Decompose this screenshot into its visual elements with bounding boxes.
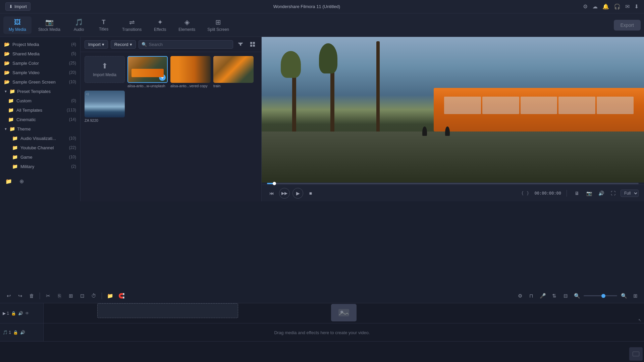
sidebar-item-custom[interactable]: 📁 Custom (0) <box>0 96 80 105</box>
zoom-slider[interactable] <box>584 295 617 296</box>
sidebar-item-shared-media[interactable]: 📂 Shared Media (5) <box>0 49 80 58</box>
add-folder-button[interactable]: 📁 <box>4 176 13 186</box>
preview-controls: ⏮ ▶▶ ▶ ■ { } 00:00:00:00 🖥 📷 🔊 ⛶ Full 1/… <box>262 185 644 201</box>
timeline-settings-icon[interactable]: ⚙ <box>515 291 525 301</box>
sidebar-label-theme: Theme <box>17 126 31 132</box>
filter-icon[interactable] <box>236 40 245 49</box>
nav-label-audio: Audio <box>74 27 84 32</box>
import-tile-label: Import Media <box>93 72 116 77</box>
media-thumb-za9220[interactable]: ◁ ZA 9220 <box>85 91 125 122</box>
camera-icon[interactable]: 📷 <box>584 189 594 198</box>
sidebar-item-youtube-channel[interactable]: 📁 Youtube Channel (22) <box>0 143 80 152</box>
sidebar-item-military[interactable]: 📁 Military (2) <box>0 162 80 171</box>
grid-layout-button[interactable]: ⊞ <box>631 291 640 301</box>
paste-button[interactable]: ⊞ <box>66 291 75 301</box>
sidebar-item-cinematic[interactable]: 📁 Cinematic (14) <box>0 115 80 124</box>
add-smart-folder-button[interactable]: ⊕ <box>17 176 26 186</box>
notification-icon[interactable]: 🔔 <box>602 3 609 10</box>
svg-rect-4 <box>338 309 349 316</box>
zoom-out-button[interactable]: 🔍 <box>572 291 582 301</box>
timeline-toolbar: ↩ ↪ 🗑 ✂ ⎘ ⊞ ⊡ ⏱ 📁 🧲 ⚙ ⊓ 🎤 ⇅ ⊟ 🔍 🔍 ⊞ <box>0 289 644 303</box>
mail-icon[interactable]: ✉ <box>625 3 630 10</box>
nav-item-transitions[interactable]: ⇌ Transitions <box>117 16 147 34</box>
sidebar-item-all-templates[interactable]: 📁 All Templates (113) <box>0 105 80 115</box>
sidebar-item-project-media[interactable]: 📂 Project Media (4) <box>0 40 80 49</box>
timeline-area: ▶ 1 🔒 🔊 👁 ↖ 🎵 1 🔒 🔊 <box>0 303 644 362</box>
add-to-timeline-icon[interactable]: + <box>159 74 166 81</box>
delete-button[interactable]: 🗑 <box>27 291 36 301</box>
stop-button[interactable]: ■ <box>306 189 315 198</box>
grid-view-icon[interactable] <box>248 40 257 49</box>
copy-button[interactable]: ⎘ <box>55 291 64 301</box>
fullscreen-icon[interactable]: ⛶ <box>608 189 618 198</box>
progress-bar[interactable] <box>267 183 639 184</box>
video-lock-icon[interactable]: 🔒 <box>11 311 16 316</box>
sidebar-count-military: (2) <box>71 164 76 169</box>
zoom-in-button[interactable]: 🔍 <box>619 291 629 301</box>
headset-icon[interactable]: 🎧 <box>614 3 621 10</box>
sidebar-item-sample-color[interactable]: 📂 Sample Color (25) <box>0 58 80 68</box>
timeline-caption-icon[interactable]: ⊟ <box>561 291 570 301</box>
split-screen-icon: ⊞ <box>215 18 221 26</box>
top-nav: 🖼 My Media 📷 Stock Media 🎵 Audio T Title… <box>0 13 644 37</box>
import-media-tile[interactable]: ⬆ Import Media <box>85 56 125 83</box>
play-button[interactable]: ▶ <box>292 188 303 199</box>
scroll-indicator <box>633 352 639 356</box>
video-clip-placeholder <box>97 303 238 318</box>
sidebar-item-sample-green-screen[interactable]: 📂 Sample Green Screen (10) <box>0 77 80 87</box>
settings-icon[interactable]: ⚙ <box>583 3 588 10</box>
redo-button[interactable]: ↪ <box>15 291 25 301</box>
preview-background <box>262 37 644 183</box>
sidebar-item-sample-video[interactable]: 📂 Sample Video (20) <box>0 68 80 77</box>
nav-item-stock-media[interactable]: 📷 Stock Media <box>33 16 66 34</box>
nav-item-effects[interactable]: ✦ Effects <box>148 16 172 34</box>
crop-button[interactable]: ⊡ <box>77 291 87 301</box>
undo-button[interactable]: ↩ <box>4 291 13 301</box>
media-thumb-train[interactable]: train <box>213 56 254 88</box>
import-icon: ⬇ <box>9 4 13 9</box>
drag-hint: Drag media and effects here to create yo… <box>0 330 644 335</box>
import-media-button[interactable]: Import ▾ <box>85 40 108 49</box>
thumb-label-train: train <box>213 84 254 88</box>
nav-item-audio[interactable]: 🎵 Audio <box>67 16 91 34</box>
tree-crown-2 <box>319 43 337 73</box>
chevron-down-icon: ▼ <box>4 90 7 93</box>
timeline-adjust-icon[interactable]: ⇅ <box>549 291 559 301</box>
record-button[interactable]: Record ▾ <box>111 40 136 49</box>
timeline-mark-icon[interactable]: ⊓ <box>527 291 536 301</box>
speed-button[interactable]: ⏱ <box>89 291 98 301</box>
nav-item-elements[interactable]: ◈ Elements <box>173 16 201 34</box>
sidebar-theme-header[interactable]: ▼ 📁 Theme <box>0 124 80 134</box>
export-button[interactable]: Export <box>614 20 641 31</box>
timeline-mic-icon[interactable]: 🎤 <box>538 291 547 301</box>
volume-icon[interactable]: 🔊 <box>596 189 606 198</box>
sidebar-item-game[interactable]: 📁 Game (10) <box>0 152 80 162</box>
person-1 <box>422 126 427 136</box>
download-icon[interactable]: ⬇ <box>634 3 639 10</box>
search-input[interactable] <box>149 42 230 47</box>
cut-button[interactable]: ✂ <box>43 291 53 301</box>
sidebar-count-sample-video: (20) <box>69 70 76 75</box>
sidebar-count-youtube-channel: (22) <box>69 145 76 150</box>
tram-body <box>434 88 644 132</box>
monitor-icon[interactable]: 🖥 <box>572 189 582 198</box>
magnet-button[interactable]: 🧲 <box>117 291 126 301</box>
sidebar-item-audio-visualization[interactable]: 📁 Audio Visualizati... (10) <box>0 134 80 143</box>
separator-2 <box>102 293 102 299</box>
media-thumb-alisa-copy[interactable]: alisa-anto...vered copy <box>170 56 211 88</box>
title-import-button[interactable]: ⬇ Import <box>5 2 31 11</box>
nav-item-my-media[interactable]: 🖼 My Media <box>3 16 32 34</box>
cloud-icon[interactable]: ☁ <box>592 3 598 10</box>
thumb-label-alisa-unsplash: alisa-anto...w-unsplash <box>127 84 168 88</box>
video-audio-icon[interactable]: 🔊 <box>18 311 23 316</box>
video-eye-icon[interactable]: 👁 <box>25 311 29 316</box>
media-thumb-alisa-unsplash[interactable]: + alisa-anto...w-unsplash <box>127 56 168 88</box>
nav-item-split-screen[interactable]: ⊞ Split Screen <box>202 16 234 34</box>
frame-step-button[interactable]: ▶▶ <box>279 188 290 199</box>
add-track-button[interactable]: 📁 <box>105 291 115 301</box>
tree-crown-1 <box>281 51 301 78</box>
sidebar-preset-templates-header[interactable]: ▼ 📁 Preset Templates <box>0 87 80 96</box>
nav-item-titles[interactable]: T Titles <box>92 17 115 34</box>
step-back-button[interactable]: ⏮ <box>267 189 276 198</box>
quality-select[interactable]: Full 1/2 1/4 <box>621 190 639 197</box>
